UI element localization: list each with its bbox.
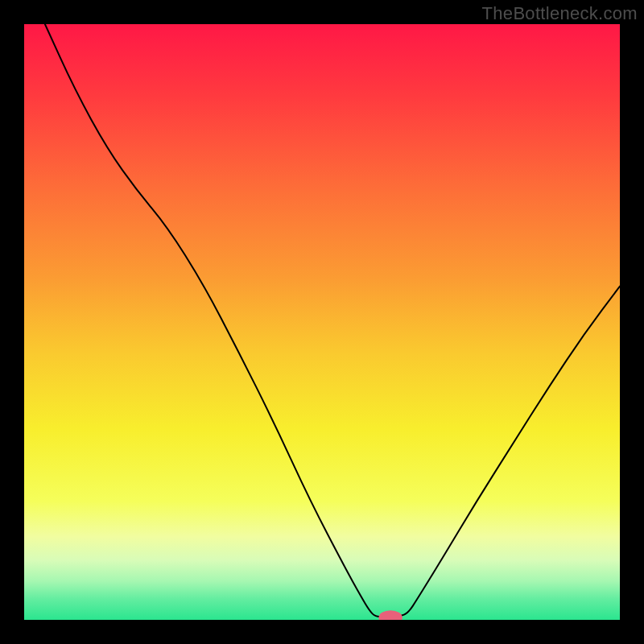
chart-canvas xyxy=(24,24,620,620)
bottleneck-chart xyxy=(24,24,620,620)
watermark-text: TheBottleneck.com xyxy=(482,3,638,24)
gradient-background xyxy=(24,24,620,620)
